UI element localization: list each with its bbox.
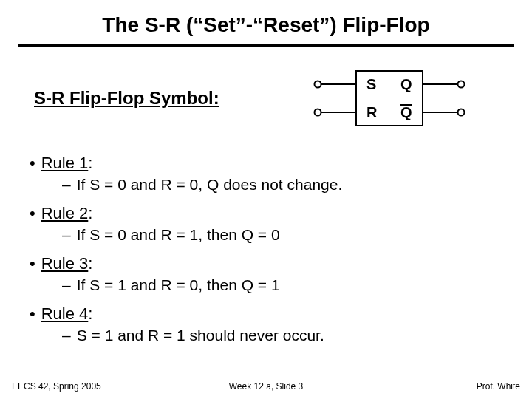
- rule-name: Rule 2: [41, 204, 89, 223]
- symbol-label: S-R Flip-Flop Symbol:: [34, 88, 219, 109]
- rule-colon: :: [88, 154, 92, 173]
- rule-text: If S = 0 and R = 1, then Q = 0: [77, 226, 280, 244]
- bullet-icon: •: [30, 204, 35, 223]
- flip-flop-symbol-icon: S Q R Q: [312, 65, 467, 132]
- dash-icon: –: [62, 176, 71, 194]
- symbol-row: S-R Flip-Flop Symbol: S Q R Q: [21, 65, 511, 132]
- rule-name: Rule 4: [41, 304, 89, 324]
- ff-qbar-label: Q: [400, 104, 412, 120]
- rule-text: If S = 1 and R = 0, then Q = 1: [77, 276, 280, 294]
- bullet-icon: •: [30, 154, 35, 173]
- ff-r-label: R: [366, 104, 378, 120]
- rule-colon: :: [88, 254, 92, 273]
- rule-item: • Rule 3: – If S = 1 and R = 0, then Q =…: [28, 254, 511, 294]
- rule-item: • Rule 4: – S = 1 and R = 1 should never…: [28, 304, 511, 344]
- rule-item: • Rule 2: – If S = 0 and R = 1, then Q =…: [28, 204, 511, 244]
- svg-point-4: [315, 109, 321, 116]
- rule-heading: • Rule 2:: [28, 204, 511, 223]
- rule-item: • Rule 1: – If S = 0 and R = 0, Q does n…: [28, 154, 511, 194]
- rule-body: – If S = 1 and R = 0, then Q = 1: [28, 276, 511, 294]
- footer-left: EECS 42, Spring 2005: [12, 381, 181, 392]
- rules-list: • Rule 1: – If S = 0 and R = 0, Q does n…: [21, 154, 511, 344]
- dash-icon: –: [62, 226, 71, 244]
- rule-body: – If S = 0 and R = 1, then Q = 0: [28, 226, 511, 244]
- rule-colon: :: [88, 304, 92, 324]
- bullet-icon: •: [30, 254, 35, 273]
- footer-center: Week 12 a, Slide 3: [181, 381, 350, 392]
- ff-q-label: Q: [400, 76, 412, 92]
- svg-point-2: [315, 81, 321, 88]
- dash-icon: –: [62, 276, 71, 294]
- rule-body: – S = 1 and R = 1 should never occur.: [28, 327, 511, 344]
- title-divider: [18, 44, 514, 47]
- footer-right: Prof. White: [351, 381, 520, 392]
- slide: The S-R (“Set”-“Reset”) Flip-Flop S-R Fl…: [0, 0, 532, 399]
- rule-body: – If S = 0 and R = 0, Q does not change.: [28, 176, 511, 194]
- ff-s-label: S: [366, 76, 376, 92]
- slide-footer: EECS 42, Spring 2005 Week 12 a, Slide 3 …: [0, 381, 532, 392]
- rule-colon: :: [88, 204, 92, 223]
- rule-name: Rule 1: [41, 154, 89, 173]
- svg-point-8: [458, 109, 465, 116]
- rule-heading: • Rule 4:: [28, 304, 511, 324]
- rule-name: Rule 3: [41, 254, 89, 273]
- svg-point-6: [458, 81, 465, 88]
- bullet-icon: •: [30, 304, 35, 324]
- rule-heading: • Rule 1:: [28, 154, 511, 173]
- rule-text: If S = 0 and R = 0, Q does not change.: [77, 176, 343, 194]
- dash-icon: –: [62, 327, 71, 344]
- rule-heading: • Rule 3:: [28, 254, 511, 273]
- rule-text: S = 1 and R = 1 should never occur.: [77, 327, 324, 344]
- slide-title: The S-R (“Set”-“Reset”) Flip-Flop: [21, 13, 511, 44]
